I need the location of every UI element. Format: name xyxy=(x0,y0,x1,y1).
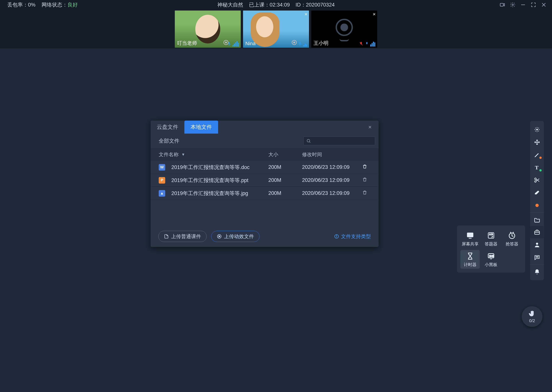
audio-level xyxy=(370,41,375,47)
table-row[interactable]: ▲2019年工作汇报情况查询等等.jpg200M2020/06/23 12:09… xyxy=(151,187,378,200)
toolbox-popup: 屏幕共享 AB✓ 答题器 抢答器 计时器 2+3 小黑板 xyxy=(457,225,525,273)
hand-icon xyxy=(528,310,536,318)
tab-local-files[interactable]: 本地文件 xyxy=(184,121,218,133)
video-strip: 叮当老师 × Nina × 王小明 xyxy=(0,9,552,49)
tool-pen[interactable] xyxy=(530,148,544,161)
tool-bell[interactable] xyxy=(530,265,544,278)
svg-text:A: A xyxy=(489,233,491,235)
upload-normal-button[interactable]: 上传普通课件 xyxy=(158,231,207,242)
camera-switch-icon[interactable] xyxy=(500,2,505,8)
tool-chat[interactable] xyxy=(530,251,544,264)
tool-folder[interactable] xyxy=(530,212,544,226)
svg-point-8 xyxy=(307,139,310,142)
col-name-header[interactable]: 文件名称▼ xyxy=(159,151,268,158)
mic-icon xyxy=(364,42,369,46)
file-type-icon: ▲ xyxy=(159,190,165,196)
minimize-icon[interactable] xyxy=(520,2,526,8)
close-video-icon[interactable]: × xyxy=(305,11,307,17)
svg-point-24 xyxy=(537,129,538,130)
file-name: 2019年工作汇报情况查询等等.ppt xyxy=(171,177,248,184)
tool-users[interactable] xyxy=(530,238,544,251)
blackboard-icon: 2+3 xyxy=(487,252,495,260)
video-tile[interactable]: 叮当老师 xyxy=(175,11,241,48)
svg-rect-29 xyxy=(535,231,539,234)
play-circle-icon xyxy=(217,234,222,239)
tool-move[interactable] xyxy=(530,136,544,148)
dialog-close-icon[interactable]: × xyxy=(366,124,374,130)
delete-icon[interactable] xyxy=(362,164,367,170)
audio-level xyxy=(232,41,239,47)
table-row[interactable]: P2019年工作汇报情况查询等等.ppt200M2020/06/23 12:09… xyxy=(151,174,378,187)
popup-mini-board[interactable]: 2+3 小黑板 xyxy=(481,250,501,269)
delete-icon[interactable] xyxy=(362,190,367,196)
filter-label[interactable]: 全部文件 xyxy=(159,137,179,144)
camera-status-icon xyxy=(292,40,297,45)
svg-point-13 xyxy=(336,235,337,236)
tab-cloud-files[interactable]: 云盘文件 xyxy=(151,121,184,133)
packet-loss: 丢包率：0% xyxy=(7,1,36,8)
room-title: 神秘大自然 xyxy=(217,1,243,8)
file-size: 200M xyxy=(268,190,302,196)
svg-point-28 xyxy=(536,204,539,207)
popup-quiz[interactable]: AB✓ 答题器 xyxy=(481,229,501,248)
table-row[interactable]: W2019年工作汇报情况查询等等.doc200M2020/06/23 12:09… xyxy=(151,161,378,174)
room-id: ID：2020070324 xyxy=(296,1,335,8)
file-name: 2019年工作汇报情况查询等等.doc xyxy=(171,164,250,171)
popup-buzzer[interactable]: 抢答器 xyxy=(502,229,522,248)
svg-point-32 xyxy=(537,257,537,257)
svg-text:✓: ✓ xyxy=(491,236,493,238)
raise-hand-button[interactable]: 0/2 xyxy=(522,306,542,327)
col-date-header[interactable]: 修改时间 xyxy=(302,151,359,158)
tool-color[interactable] xyxy=(530,199,544,212)
svg-text:2+3: 2+3 xyxy=(489,255,494,258)
svg-rect-0 xyxy=(500,3,503,6)
info-icon xyxy=(334,234,339,239)
quiz-icon: AB✓ xyxy=(487,231,495,240)
settings-icon[interactable] xyxy=(510,2,516,8)
file-type-icon: P xyxy=(159,177,165,183)
delete-icon[interactable] xyxy=(362,177,367,183)
participant-name: Nina xyxy=(245,41,255,47)
upload-animated-button[interactable]: 上传动效文件 xyxy=(211,231,260,242)
file-size: 200M xyxy=(268,164,302,170)
video-tile[interactable]: × 王小明 xyxy=(311,11,377,48)
fullscreen-icon[interactable] xyxy=(530,2,536,8)
sort-icon: ▼ xyxy=(181,152,185,157)
svg-point-1 xyxy=(512,4,514,6)
search-icon xyxy=(306,139,311,143)
audio-level xyxy=(303,41,307,47)
document-icon xyxy=(164,234,169,239)
mic-icon xyxy=(298,42,302,46)
search-input[interactable] xyxy=(303,136,375,145)
participant-name: 叮当老师 xyxy=(177,40,197,47)
file-date: 2020/06/23 12:09:09 xyxy=(302,177,359,183)
video-tile[interactable]: × Nina xyxy=(243,11,309,48)
svg-point-31 xyxy=(536,257,537,257)
tool-text[interactable]: T xyxy=(530,161,544,174)
popup-screen-share[interactable]: 屏幕共享 xyxy=(460,229,480,248)
svg-point-30 xyxy=(536,243,538,245)
tool-eraser[interactable] xyxy=(530,186,544,199)
svg-line-9 xyxy=(310,142,311,143)
close-video-icon[interactable]: × xyxy=(373,11,376,17)
right-toolbar: T xyxy=(530,121,544,280)
tool-laser[interactable] xyxy=(530,123,544,136)
tool-toolbox[interactable] xyxy=(530,226,544,238)
file-name: 2019年工作汇报情况查询等等.jpg xyxy=(171,190,248,197)
tool-scissors[interactable] xyxy=(530,174,544,186)
col-size-header[interactable]: 大小 xyxy=(268,151,302,158)
top-bar: 丢包率：0% 网络状态：良好 神秘大自然 已上课：02:34:09 ID：202… xyxy=(0,0,552,9)
file-dialog: 云盘文件 本地文件 × 全部文件 文件名称▼ 大小 修改时间 W2019年工作汇… xyxy=(151,121,378,247)
popup-timer[interactable]: 计时器 xyxy=(460,250,480,269)
file-types-info-link[interactable]: 文件支持类型 xyxy=(334,233,371,240)
elapsed-time: 已上课：02:34:09 xyxy=(249,1,290,8)
camera-status-icon xyxy=(224,40,228,45)
mic-muted-icon xyxy=(359,42,363,46)
file-size: 200M xyxy=(268,177,302,183)
hand-count: 0/2 xyxy=(529,318,535,323)
camera-off-icon xyxy=(336,19,353,36)
participant-name: 王小明 xyxy=(313,40,328,47)
table-header: 文件名称▼ 大小 修改时间 xyxy=(151,148,378,161)
svg-text:T: T xyxy=(535,165,538,171)
close-icon[interactable] xyxy=(541,2,547,8)
